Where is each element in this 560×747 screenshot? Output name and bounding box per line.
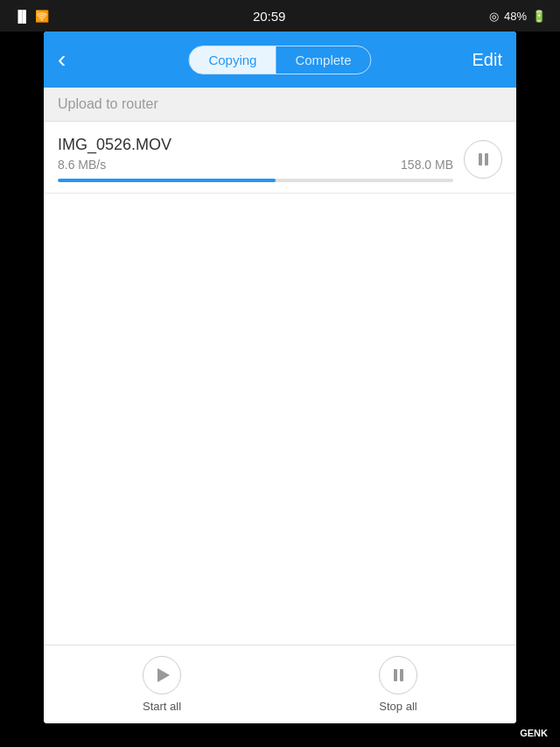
location-icon: ◎ [489, 10, 499, 23]
back-button[interactable]: ‹ [58, 44, 73, 75]
file-info: IMG_0526.MOV 8.6 MB/s 158.0 MB [58, 136, 453, 182]
progress-bar-fill [58, 179, 276, 182]
start-all-label: Start all [143, 700, 181, 713]
bottom-toolbar: Start all Stop all [44, 645, 516, 723]
stop-all-circle [379, 656, 417, 694]
file-pause-button[interactable] [464, 140, 502, 179]
section-label: Upload to router [44, 88, 516, 122]
nav-bar: ‹ Copying Complete Edit [44, 32, 516, 88]
start-all-action[interactable]: Start all [143, 656, 181, 713]
tab-complete[interactable]: Complete [276, 46, 370, 74]
file-speed: 8.6 MB/s [58, 158, 106, 172]
status-bar-left: ▐▌ 🛜 [14, 10, 49, 23]
play-icon [158, 668, 170, 682]
content-area: IMG_0526.MOV 8.6 MB/s 158.0 MB [44, 122, 516, 645]
watermark-text: GENK [520, 728, 548, 738]
pause-icon [479, 153, 488, 166]
stop-all-pause-icon [394, 669, 403, 681]
stop-all-action[interactable]: Stop all [379, 656, 417, 713]
tab-copying[interactable]: Copying [189, 46, 276, 74]
watermark: GENK [514, 726, 553, 740]
progress-bar-bg [58, 179, 453, 182]
app-container: ‹ Copying Complete Edit Upload to router… [44, 32, 516, 723]
wifi-icon: 🛜 [35, 10, 49, 23]
file-name: IMG_0526.MOV [58, 136, 453, 154]
file-size: 158.0 MB [401, 158, 453, 172]
stop-all-label: Stop all [379, 700, 416, 713]
file-item: IMG_0526.MOV 8.6 MB/s 158.0 MB [44, 122, 516, 194]
battery-icon: 🔋 [532, 10, 546, 23]
signal-icon: ▐▌ [14, 10, 30, 23]
status-bar: ▐▌ 🛜 20:59 ◎ 48% 🔋 [0, 0, 560, 32]
file-meta: 8.6 MB/s 158.0 MB [58, 158, 453, 172]
battery-percent: 48% [504, 10, 527, 23]
edit-button[interactable]: Edit [472, 50, 502, 70]
start-all-circle [143, 656, 181, 694]
status-bar-time: 20:59 [253, 9, 286, 24]
status-bar-right: ◎ 48% 🔋 [489, 10, 546, 23]
tab-group: Copying Complete [188, 46, 371, 74]
